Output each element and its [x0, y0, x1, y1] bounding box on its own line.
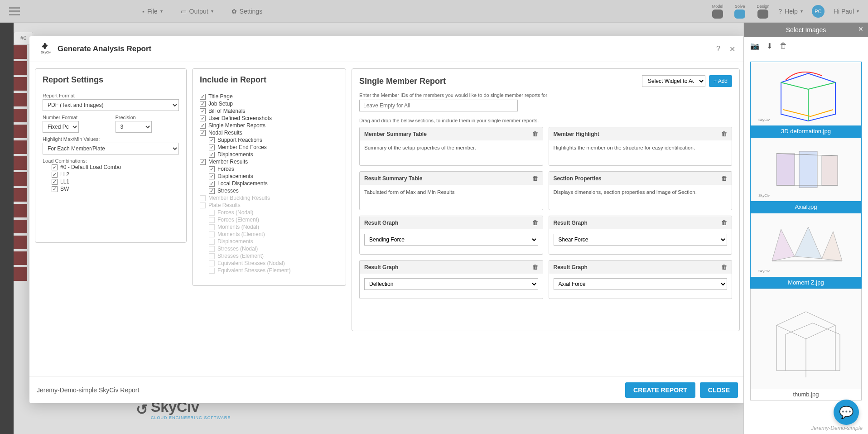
report-widget[interactable]: Member Highlight 🗑 Highlights the member…	[549, 127, 733, 166]
create-report-button[interactable]: CREATE REPORT	[625, 382, 695, 398]
widget-select[interactable]: Select Widget to Add	[642, 75, 705, 87]
checkbox-icon[interactable]	[200, 159, 206, 165]
image-thumbnail-item[interactable]: SkyCiv Moment Z.jpg	[750, 213, 862, 289]
checkbox-icon[interactable]	[209, 145, 215, 150]
widget-delete-icon[interactable]: 🗑	[721, 219, 727, 226]
number-format-select[interactable]: Fixed Point	[43, 121, 79, 133]
include-item[interactable]: Nodal Results	[200, 129, 338, 136]
result-graph-select[interactable]: Bending Force	[364, 234, 538, 246]
checkbox-icon[interactable]	[209, 188, 215, 194]
include-item[interactable]: Title Page	[200, 93, 338, 100]
image-thumbnail: SkyCiv	[751, 138, 861, 201]
checkbox-icon[interactable]	[52, 164, 58, 170]
load-combo-item[interactable]: LL2	[43, 171, 179, 178]
report-widget[interactable]: Result Graph 🗑 Shear Force	[549, 216, 733, 255]
load-combo-item[interactable]: SW	[43, 185, 179, 193]
report-format-select[interactable]: PDF (Text and Images)	[43, 99, 179, 111]
load-combo-label: SW	[60, 186, 69, 192]
images-panel-header: Select Images ✕	[744, 23, 868, 37]
widget-delete-icon[interactable]: 🗑	[532, 130, 538, 137]
include-item[interactable]: Local Displacements	[200, 180, 338, 187]
checkbox-icon[interactable]	[200, 94, 206, 100]
include-item[interactable]: Member Results	[200, 158, 338, 165]
chat-icon[interactable]: 💬	[834, 400, 859, 425]
report-widget[interactable]: Result Graph 🗑 Bending Force	[359, 216, 543, 255]
precision-label: Precision	[116, 115, 179, 120]
checkbox-icon[interactable]	[200, 108, 206, 114]
add-widget-button[interactable]: + Add	[709, 75, 732, 87]
checkbox-icon	[209, 253, 215, 259]
checkbox-icon[interactable]	[52, 186, 58, 192]
checkbox-icon[interactable]	[209, 174, 215, 179]
widget-delete-icon[interactable]: 🗑	[721, 130, 727, 137]
include-heading: Include in Report	[200, 75, 338, 85]
load-combo-item[interactable]: #0 - Default Load Combo	[43, 164, 179, 171]
image-thumbnail	[751, 289, 861, 389]
include-item[interactable]: Member End Forces	[200, 144, 338, 151]
include-item-label: Member Buckling Results	[208, 195, 270, 201]
checkbox-icon[interactable]	[200, 116, 206, 121]
help-icon[interactable]: ?	[716, 45, 720, 53]
checkbox-icon	[209, 224, 215, 230]
image-thumbnail-item[interactable]: SkyCiv 3D deformation.jpg	[750, 62, 862, 137]
report-name-input[interactable]	[37, 386, 309, 394]
widget-header: Section Properties 🗑	[549, 172, 732, 185]
widget-delete-icon[interactable]: 🗑	[532, 264, 538, 270]
include-item[interactable]: Single Member Reports	[200, 122, 338, 129]
load-combo-item[interactable]: LL1	[43, 178, 179, 185]
camera-icon[interactable]: 📷	[750, 42, 759, 50]
widget-description: Displays dimensions, section properties …	[554, 189, 697, 195]
close-icon[interactable]: ✕	[729, 45, 735, 53]
include-item-label: Displacements	[217, 238, 253, 245]
result-graph-select[interactable]: Shear Force	[554, 234, 728, 246]
checkbox-icon[interactable]	[52, 172, 58, 178]
include-item[interactable]: Support Reactions	[200, 136, 338, 144]
widget-header: Result Graph 🗑	[360, 216, 543, 229]
checkbox-icon[interactable]	[200, 130, 206, 136]
checkbox-icon[interactable]	[209, 137, 215, 143]
include-item[interactable]: Stresses	[200, 187, 338, 194]
checkbox-icon[interactable]	[209, 181, 215, 187]
project-label: Jeremy-Demo-simple	[811, 425, 863, 431]
include-item-label: Equivalent Stresses (Nodal)	[217, 260, 285, 266]
widget-delete-icon[interactable]: 🗑	[532, 219, 538, 226]
image-thumbnail-item[interactable]: SkyCiv Axial.jpg	[750, 137, 862, 213]
include-item[interactable]: User Defined Screenshots	[200, 115, 338, 122]
report-widget[interactable]: Section Properties 🗑 Displays dimensions…	[549, 171, 733, 210]
close-button[interactable]: CLOSE	[700, 382, 738, 398]
smr-hint-drag: Drag and drop the below sections, to inc…	[359, 118, 732, 123]
trash-icon[interactable]: 🗑	[780, 42, 787, 50]
image-label: 3D deformation.jpg	[751, 125, 861, 137]
report-widget[interactable]: Result Graph 🗑 Deflection	[359, 260, 543, 299]
image-thumbnail-item[interactable]: thumb.jpg	[750, 289, 862, 400]
widget-delete-icon[interactable]: 🗑	[721, 264, 727, 270]
result-graph-select[interactable]: Deflection	[364, 278, 538, 290]
include-item[interactable]: Forces	[200, 165, 338, 173]
include-item[interactable]: Bill of Materials	[200, 107, 338, 115]
report-settings-panel: Report Settings Report Format PDF (Text …	[35, 68, 187, 243]
include-item-label: Support Reactions	[217, 137, 262, 143]
member-ids-input[interactable]	[359, 100, 518, 111]
highlight-select[interactable]: For Each Member/Plate	[43, 143, 179, 154]
precision-select[interactable]: 3	[116, 121, 152, 133]
checkbox-icon[interactable]	[209, 152, 215, 158]
include-item[interactable]: Displacements	[200, 151, 338, 158]
images-panel-close-icon[interactable]: ✕	[858, 25, 863, 33]
widget-delete-icon[interactable]: 🗑	[721, 175, 727, 182]
checkbox-icon[interactable]	[200, 101, 206, 107]
include-item[interactable]: Job Setup	[200, 100, 338, 107]
include-item[interactable]: Displacements	[200, 173, 338, 180]
report-widget[interactable]: Member Summary Table 🗑 Summary of the se…	[359, 127, 543, 166]
checkbox-icon[interactable]	[52, 179, 58, 185]
report-widget[interactable]: Result Summary Table 🗑 Tabulated form of…	[359, 171, 543, 210]
checkbox-icon[interactable]	[209, 166, 215, 172]
modal-header: SkyCiv Generate Analysis Report ? ✕	[29, 36, 745, 62]
result-graph-select[interactable]: Axial Force	[554, 278, 728, 290]
report-widget[interactable]: Result Graph 🗑 Axial Force	[549, 260, 733, 299]
widget-delete-icon[interactable]: 🗑	[532, 175, 538, 182]
download-icon[interactable]: ⬇	[767, 42, 772, 50]
images-list: SkyCiv 3D deformation.jpg SkyCiv Axial.j…	[744, 55, 868, 434]
checkbox-icon[interactable]	[200, 123, 206, 129]
include-item: Displacements	[200, 238, 338, 245]
widget-header: Member Summary Table 🗑	[360, 127, 543, 140]
